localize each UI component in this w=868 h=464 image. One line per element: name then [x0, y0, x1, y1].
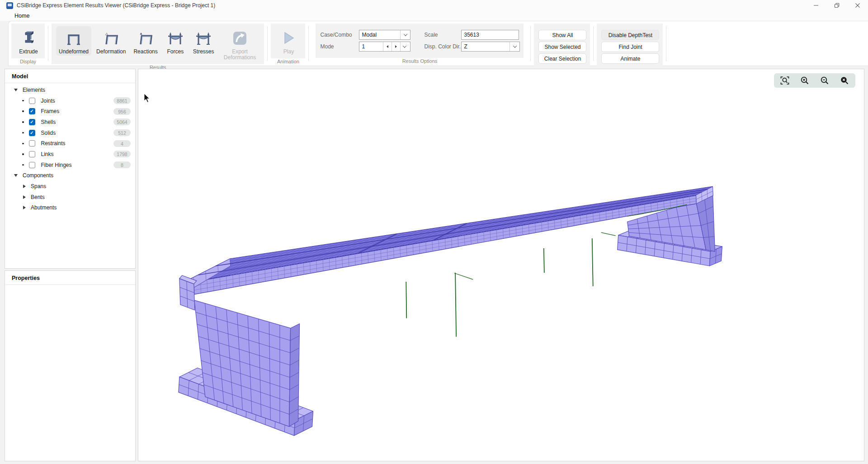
chevron-down-icon[interactable]	[400, 42, 409, 51]
export-icon	[230, 28, 250, 47]
deformation-icon	[101, 28, 121, 47]
restraints-checkbox[interactable]	[29, 140, 35, 147]
shells-checkbox[interactable]	[29, 119, 35, 125]
expand-triangle-icon[interactable]	[23, 206, 26, 209]
count-badge: 956	[113, 108, 131, 115]
solids-checkbox[interactable]	[29, 130, 35, 136]
clear-selection-button[interactable]: Clear Selection	[538, 53, 586, 64]
model-tree: Elements Joints 8861 Frames 956	[5, 83, 135, 213]
app-icon	[6, 2, 13, 9]
reactions-label: Reactions	[133, 49, 157, 55]
case-combo-label: Case/Combo	[320, 32, 359, 38]
sidebar: Model Elements Joints 8861 Frames	[5, 69, 136, 461]
links-checkbox[interactable]	[29, 151, 35, 157]
deformation-label: Deformation	[96, 49, 126, 55]
mode-stepper[interactable]: 1	[359, 42, 410, 52]
tree-node-abutments[interactable]: Abutments	[5, 203, 135, 213]
bullet-icon	[22, 164, 24, 166]
tree-row-solids[interactable]: Solids 512	[5, 128, 135, 138]
joints-checkbox[interactable]	[29, 98, 35, 104]
zoom-out-button[interactable]	[819, 75, 830, 86]
tree-row-frames[interactable]: Frames 956	[5, 106, 135, 117]
deformation-button[interactable]: Deformation	[94, 26, 128, 56]
bridge-3d-model[interactable]	[138, 69, 864, 461]
restore-button[interactable]	[826, 0, 847, 11]
tree-label: Fiber Hinges	[41, 162, 72, 168]
tree-row-links[interactable]: Links 1798	[5, 149, 135, 160]
stresses-label: Stresses	[193, 49, 214, 55]
fiber-hinges-checkbox[interactable]	[29, 162, 35, 168]
case-combo-select[interactable]: Modal	[359, 30, 410, 40]
reactions-button[interactable]: Reactions	[131, 26, 160, 56]
extrude-button[interactable]: Extrude	[16, 26, 41, 56]
zoom-in-icon	[800, 76, 810, 85]
count-badge: 5064	[113, 118, 131, 125]
stresses-icon	[193, 28, 213, 47]
extrude-label: Extrude	[19, 49, 38, 55]
bullet-icon	[22, 132, 24, 134]
tree-row-shells[interactable]: Shells 5064	[5, 117, 135, 128]
mode-prev-button[interactable]	[383, 42, 392, 51]
zoom-extents-icon	[780, 76, 790, 85]
tree-node-spans[interactable]: Spans	[5, 181, 135, 192]
group-label-display: Display	[11, 58, 45, 66]
minimize-button[interactable]	[806, 0, 826, 11]
group-label-animation: Animation	[271, 58, 305, 66]
zoom-in-button[interactable]	[799, 75, 810, 86]
menu-bar: Home	[0, 11, 868, 21]
ribbon-group-results-options: Case/Combo Modal Scale Mode 1 Disp. Colo…	[309, 23, 530, 66]
chevron-down-icon[interactable]	[400, 30, 410, 39]
model-viewport[interactable]	[138, 69, 864, 461]
tree-label: Shells	[41, 119, 56, 125]
divider	[5, 284, 135, 285]
count-badge: 1798	[113, 151, 131, 157]
undeformed-button[interactable]: Undeformed	[56, 26, 91, 56]
tree-row-fiber-hinges[interactable]: Fiber Hinges 8	[5, 160, 135, 170]
count-badge: 8	[113, 161, 131, 168]
disp-color-dir-select[interactable]: Z	[461, 42, 520, 52]
play-button[interactable]: Play	[275, 26, 302, 56]
title-bar: CSiBridge Express Element Results Viewer…	[0, 0, 868, 11]
show-all-button[interactable]: Show All	[538, 30, 586, 40]
tree-label: Frames	[41, 108, 60, 114]
chevron-down-icon[interactable]	[509, 42, 519, 51]
expand-triangle-icon[interactable]	[23, 185, 26, 188]
zoom-window-button[interactable]	[839, 75, 850, 86]
tree-row-joints[interactable]: Joints 8861	[5, 95, 135, 106]
export-deformations-label: Export Deformations	[222, 49, 258, 61]
model-panel: Model Elements Joints 8861 Frames	[5, 69, 136, 269]
model-panel-title: Model	[5, 69, 135, 83]
show-selected-button[interactable]: Show Selected	[538, 42, 586, 52]
export-deformations-button[interactable]: Export Deformations	[219, 26, 260, 62]
scale-label: Scale	[424, 32, 461, 38]
tab-home[interactable]: Home	[14, 13, 29, 19]
frames-checkbox[interactable]	[29, 108, 35, 114]
forces-button[interactable]: Forces	[163, 26, 188, 56]
collapse-triangle-icon[interactable]	[14, 89, 18, 91]
tree-label: Solids	[41, 130, 56, 136]
ribbon: Extrude Display Undeformed	[8, 21, 868, 66]
close-button[interactable]	[847, 0, 868, 11]
animate-button[interactable]: Animate	[601, 53, 659, 64]
count-badge: 8861	[113, 97, 131, 104]
mode-next-button[interactable]	[392, 42, 400, 51]
zoom-window-icon	[840, 76, 849, 85]
expand-triangle-icon[interactable]	[23, 195, 26, 199]
content-area: Model Elements Joints 8861 Frames	[0, 66, 868, 464]
disp-color-dir-label: Disp. Color Dir.	[424, 43, 461, 50]
count-badge: 4	[113, 140, 131, 147]
ribbon-group-animation: Play Animation	[268, 23, 308, 66]
tree-node-components[interactable]: Components	[5, 170, 135, 181]
undeformed-icon	[64, 28, 84, 47]
scale-input[interactable]	[461, 30, 519, 40]
tree-node-bents[interactable]: Bents	[5, 192, 135, 203]
disable-depthtest-button[interactable]: Disable DepthTest	[601, 30, 659, 40]
ribbon-group-display: Extrude Display	[9, 23, 47, 66]
find-joint-button[interactable]: Find Joint	[601, 42, 659, 52]
tree-node-elements[interactable]: Elements	[5, 85, 135, 95]
tree-row-restraints[interactable]: Restraints 4	[5, 138, 135, 149]
reactions-icon	[136, 28, 156, 47]
zoom-extents-button[interactable]	[779, 75, 790, 86]
stresses-button[interactable]: Stresses	[190, 26, 217, 56]
collapse-triangle-icon[interactable]	[14, 174, 18, 177]
